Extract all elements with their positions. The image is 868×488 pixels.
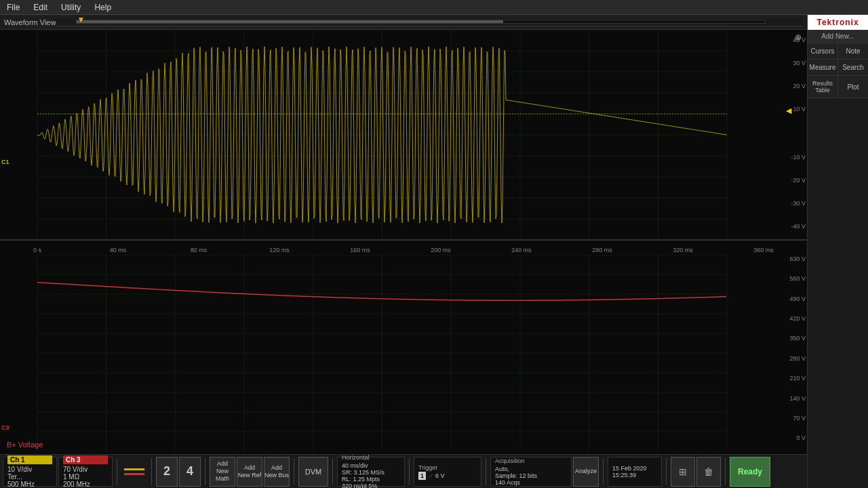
- channel-indicators: [124, 468, 144, 475]
- bplus-voltage-label: B+ Voltage: [7, 441, 43, 449]
- add-new-bus-button[interactable]: Add New Bus: [264, 457, 290, 487]
- waveform-title: Waveform View: [4, 18, 56, 26]
- ch1-panel: C1 40 V 30 V 20 V 10 V -10 V -20 V -30 V…: [0, 30, 807, 240]
- x-label-0s: 0 s: [33, 247, 41, 253]
- ch1-indicator: [124, 468, 144, 470]
- separator-4: [294, 458, 294, 485]
- zoom-icon[interactable]: ⊕: [795, 33, 802, 42]
- waveform-titlebar: Waveform View ▼: [0, 15, 807, 30]
- ch3-y-490: 490 V: [789, 296, 806, 302]
- right-panel: Tektronix Add New... Cursors Note Measur…: [807, 15, 868, 488]
- horizontal-title: Horizontal: [342, 454, 400, 461]
- ch1-y-label-10: 10 V: [793, 106, 806, 113]
- separator-10: [725, 458, 726, 485]
- ch3-y-280: 280 V: [789, 355, 806, 362]
- ch3-panel: C3 630 V 560 V 490 V 420 V 350 V 280 V 2…: [0, 255, 807, 454]
- acquisition-panel: Acquisition Auto, Sample: 12 bits 140 Ac…: [490, 457, 572, 487]
- status-date: 15 Feb 2020: [612, 465, 657, 472]
- btn-2[interactable]: 2: [156, 457, 178, 487]
- ch1-y-label-n20: -20 V: [791, 177, 806, 184]
- ch3-termination: 1 MΩ: [63, 473, 108, 481]
- acquisition-sample: Sample: 12 bits: [495, 472, 567, 479]
- trigger-title: Trigger: [418, 464, 477, 471]
- measure-button[interactable]: Measure: [808, 60, 838, 75]
- add-new-ref-button[interactable]: Add New Ref: [237, 457, 262, 487]
- plot-button[interactable]: Plot: [838, 76, 868, 98]
- trigger-channel: 1 ⟋ 6 V: [418, 472, 477, 479]
- separator-1: [117, 458, 117, 485]
- search-button[interactable]: Search: [838, 60, 868, 75]
- ch3-y-70: 70 V: [793, 415, 806, 422]
- menu-help[interactable]: Help: [87, 1, 118, 14]
- note-button[interactable]: Note: [838, 43, 868, 59]
- add-new-math-button[interactable]: Add New Math: [210, 457, 235, 487]
- dvm-button[interactable]: DVM: [298, 457, 328, 487]
- horizontal-scale: 40 ms/div: [342, 462, 400, 469]
- ch3-y-140: 140 V: [789, 395, 806, 402]
- btn-row-3: Results Table Plot: [808, 76, 868, 98]
- ch1-y-label-n10: -10 V: [791, 154, 806, 161]
- x-label-80ms: 80 ms: [191, 247, 208, 253]
- main-layout: Waveform View ▼ C1 40 V 30 V 20 V 10 V -…: [0, 15, 868, 488]
- trigger-arrow: ◄: [784, 105, 793, 116]
- tektronix-logo: Tektronix: [808, 15, 868, 30]
- separator-9: [666, 458, 667, 485]
- status-panel: 15 Feb 2020 15:25:39: [608, 457, 662, 487]
- ch3-y-350: 350 V: [789, 335, 806, 342]
- horizontal-sr: SR: 3.125 MS/s: [342, 469, 400, 476]
- results-table-button[interactable]: Results Table: [808, 76, 838, 98]
- status-time: 15:25:39: [612, 472, 657, 479]
- acquisition-acqs: 140 Acqs: [495, 479, 567, 486]
- acquisition-title: Acquisition: [495, 458, 567, 464]
- ch1-info-box[interactable]: Ch 1 10 V/div Ter... 500 MHz: [3, 457, 57, 487]
- ch1-y-label-30: 30 V: [793, 60, 806, 66]
- waveform-area: Waveform View ▼ C1 40 V 30 V 20 V 10 V -…: [0, 15, 807, 488]
- waveform-container: C1 40 V 30 V 20 V 10 V -10 V -20 V -30 V…: [0, 30, 807, 454]
- x-label-120ms: 120 ms: [269, 247, 290, 253]
- ch1-scale: 10 V/div: [7, 466, 52, 473]
- grid-icon-button[interactable]: ⊞: [671, 457, 695, 487]
- ch3-bandwidth: 200 MHz: [63, 481, 108, 488]
- separator-6: [409, 458, 410, 485]
- menu-edit[interactable]: Edit: [26, 1, 54, 14]
- bottom-toolbar: Ch 1 10 V/div Ter... 500 MHz Ch 3 70 V/d…: [0, 454, 807, 488]
- ch1-termination: Ter...: [7, 473, 52, 481]
- acquisition-mode: Auto,: [495, 466, 567, 472]
- cursors-button[interactable]: Cursors: [808, 43, 838, 59]
- ch3-y-210: 210 V: [789, 375, 806, 382]
- ready-button[interactable]: Ready: [730, 457, 770, 487]
- x-label-320ms: 320 ms: [673, 247, 693, 253]
- ch3-scale: 70 V/div: [63, 466, 108, 473]
- ch1-label: Ch 1: [7, 455, 52, 464]
- add-new-button[interactable]: Add New...: [808, 30, 868, 43]
- separator-3: [205, 458, 205, 485]
- ch3-waveform-label: C3: [1, 424, 9, 431]
- ch3-y-420: 420 V: [789, 315, 806, 322]
- ch3-y-630: 630 V: [789, 256, 806, 262]
- x-label-200ms: 200 ms: [431, 247, 451, 253]
- x-axis-bar: 0 s 40 ms 80 ms 120 ms 160 ms 200 ms 240…: [0, 240, 807, 255]
- btn-4[interactable]: 4: [179, 457, 201, 487]
- menu-file[interactable]: File: [0, 1, 26, 14]
- x-label-160ms: 160 ms: [350, 247, 370, 253]
- ch3-y-560: 560 V: [789, 275, 806, 282]
- ch3-y-0: 0 V: [796, 434, 806, 441]
- ch3-indicator: [124, 473, 144, 475]
- menu-utility[interactable]: Utility: [54, 1, 87, 14]
- analyze-button[interactable]: Analyze: [573, 457, 599, 487]
- horizontal-sample: 320 ns/pt 5%: [342, 483, 400, 489]
- x-label-360ms: 360 ms: [753, 247, 774, 253]
- ch1-waveform-label: C1: [1, 159, 9, 165]
- btn-row-1: Cursors Note: [808, 43, 868, 60]
- ch1-y-label-n30: -30 V: [791, 200, 806, 207]
- separator-5: [332, 458, 333, 485]
- trigger-panel: Trigger 1 ⟋ 6 V: [414, 457, 481, 487]
- trash-button[interactable]: 🗑: [696, 457, 721, 487]
- x-label-280ms: 280 ms: [592, 247, 612, 253]
- horizontal-rl: RL: 1.25 Mpts: [342, 476, 400, 483]
- ch3-info-box[interactable]: Ch 3 70 V/div 1 MΩ 200 MHz: [58, 457, 113, 487]
- ch1-y-label-20: 20 V: [793, 83, 806, 89]
- x-label-240ms: 240 ms: [511, 247, 532, 253]
- separator-7: [486, 458, 486, 485]
- btn-row-2: Measure Search: [808, 60, 868, 76]
